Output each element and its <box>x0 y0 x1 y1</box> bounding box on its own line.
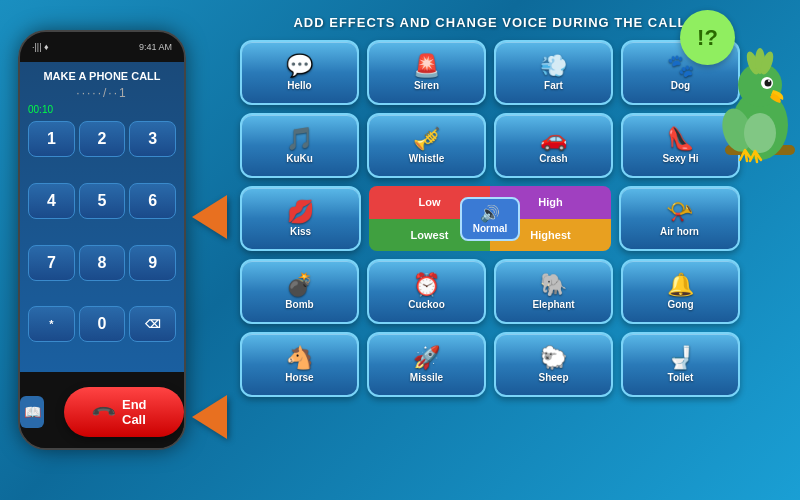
dial-6[interactable]: 6 <box>129 183 176 219</box>
effects-title: ADD EFFECTS AND CHANGE VOICE DURING THE … <box>240 15 740 30</box>
bomb-icon: 💣 <box>286 274 313 296</box>
sheep-label: Sheep <box>538 372 568 383</box>
voice-row: 💋 Kiss Low High Lowest Highest 🔊 Normal … <box>240 186 740 251</box>
effect-whistle[interactable]: 🎺 Whistle <box>367 113 486 178</box>
normal-label: Normal <box>473 223 507 234</box>
svg-point-10 <box>768 80 770 82</box>
effect-gong[interactable]: 🔔 Gong <box>621 259 740 324</box>
dial-5[interactable]: 5 <box>79 183 126 219</box>
effect-missile[interactable]: 🚀 Missile <box>367 332 486 397</box>
contacts-button[interactable]: 📖 <box>20 396 44 428</box>
bomb-label: Bomb <box>285 299 313 310</box>
svg-point-9 <box>765 80 772 87</box>
svg-point-3 <box>744 113 776 153</box>
dial-grid: 1 2 3 4 5 6 7 8 9 * 0 ⌫ <box>28 121 176 364</box>
siren-icon: 🚨 <box>413 55 440 77</box>
end-call-label: End Call <box>122 397 154 427</box>
gong-icon: 🔔 <box>667 274 694 296</box>
dial-4[interactable]: 4 <box>28 183 75 219</box>
missile-icon: 🚀 <box>413 347 440 369</box>
effect-toilet[interactable]: 🚽 Toilet <box>621 332 740 397</box>
effects-panel: ADD EFFECTS AND CHANGE VOICE DURING THE … <box>240 15 740 485</box>
effects-row-5: 🐴 Horse 🚀 Missile 🐑 Sheep 🚽 Toilet <box>240 332 740 397</box>
phone-body: ·||| ♦ 9:41 AM MAKE A PHONE CALL ·····/·… <box>18 30 186 450</box>
effect-kuku[interactable]: 🎵 KuKu <box>240 113 359 178</box>
airhorn-label: Air horn <box>660 226 699 237</box>
effects-row-2: 🎵 KuKu 🎺 Whistle 🚗 Crash 👠 Sexy Hi <box>240 113 740 178</box>
kuku-label: KuKu <box>286 153 313 164</box>
dial-star[interactable]: * <box>28 306 75 342</box>
volume-icon: 🔊 <box>480 204 500 223</box>
voice-normal[interactable]: 🔊 Normal <box>460 197 520 241</box>
parrot-svg <box>695 25 795 185</box>
fart-icon: 💨 <box>540 55 567 77</box>
dial-backspace[interactable]: ⌫ <box>129 306 176 342</box>
horse-label: Horse <box>285 372 313 383</box>
effect-bomb[interactable]: 💣 Bomb <box>240 259 359 324</box>
end-call-button[interactable]: 📞 End Call <box>64 387 184 437</box>
kiss-label: Kiss <box>290 226 311 237</box>
effect-sheep[interactable]: 🐑 Sheep <box>494 332 613 397</box>
effect-hello[interactable]: 💬 Hello <box>240 40 359 105</box>
effects-row-4: 💣 Bomb ⏰ Cuckoo 🐘 Elephant 🔔 Gong <box>240 259 740 324</box>
dial-9[interactable]: 9 <box>129 245 176 281</box>
elephant-label: Elephant <box>532 299 574 310</box>
voice-changer: Low High Lowest Highest 🔊 Normal <box>369 186 611 251</box>
sheep-icon: 🐑 <box>540 347 567 369</box>
dial-3[interactable]: 3 <box>129 121 176 157</box>
dial-2[interactable]: 2 <box>79 121 126 157</box>
phone-number: ·····/··1 <box>28 86 176 100</box>
toilet-icon: 🚽 <box>667 347 694 369</box>
elephant-icon: 🐘 <box>540 274 567 296</box>
signal-status: ·||| ♦ <box>32 42 49 52</box>
phone-icon: 📞 <box>90 398 118 426</box>
parrot-container: !? <box>685 5 795 205</box>
effect-cuckoo[interactable]: ⏰ Cuckoo <box>367 259 486 324</box>
effects-row-1: 💬 Hello 🚨 Siren 💨 Fart 🐾 Dog <box>240 40 740 105</box>
phone-container: ·||| ♦ 9:41 AM MAKE A PHONE CALL ·····/·… <box>18 30 188 460</box>
time-status: 9:41 AM <box>139 42 172 52</box>
toilet-label: Toilet <box>668 372 694 383</box>
kiss-icon: 💋 <box>287 201 314 223</box>
cuckoo-label: Cuckoo <box>408 299 445 310</box>
effect-horse[interactable]: 🐴 Horse <box>240 332 359 397</box>
dial-1[interactable]: 1 <box>28 121 75 157</box>
whistle-icon: 🎺 <box>413 128 440 150</box>
effect-crash[interactable]: 🚗 Crash <box>494 113 613 178</box>
hello-icon: 💬 <box>286 55 313 77</box>
call-timer: 00:10 <box>28 104 176 115</box>
effect-kiss[interactable]: 💋 Kiss <box>240 186 361 251</box>
dial-8[interactable]: 8 <box>79 245 126 281</box>
arrow-left-1 <box>192 195 227 239</box>
crash-label: Crash <box>539 153 567 164</box>
arrow-left-2 <box>192 395 227 439</box>
phone-bottom: 📖 📞 End Call <box>20 372 184 450</box>
kuku-icon: 🎵 <box>286 128 313 150</box>
cuckoo-icon: ⏰ <box>413 274 440 296</box>
hello-label: Hello <box>287 80 311 91</box>
fart-label: Fart <box>544 80 563 91</box>
effect-fart[interactable]: 💨 Fart <box>494 40 613 105</box>
effect-elephant[interactable]: 🐘 Elephant <box>494 259 613 324</box>
crash-icon: 🚗 <box>540 128 567 150</box>
dial-7[interactable]: 7 <box>28 245 75 281</box>
phone-status-bar: ·||| ♦ 9:41 AM <box>20 32 184 62</box>
missile-label: Missile <box>410 372 443 383</box>
phone-screen: MAKE A PHONE CALL ·····/··1 00:10 1 2 3 … <box>20 62 184 372</box>
dial-0[interactable]: 0 <box>79 306 126 342</box>
whistle-label: Whistle <box>409 153 445 164</box>
siren-label: Siren <box>414 80 439 91</box>
phone-title: MAKE A PHONE CALL <box>28 70 176 82</box>
gong-label: Gong <box>667 299 693 310</box>
horse-icon: 🐴 <box>286 347 313 369</box>
effect-siren[interactable]: 🚨 Siren <box>367 40 486 105</box>
